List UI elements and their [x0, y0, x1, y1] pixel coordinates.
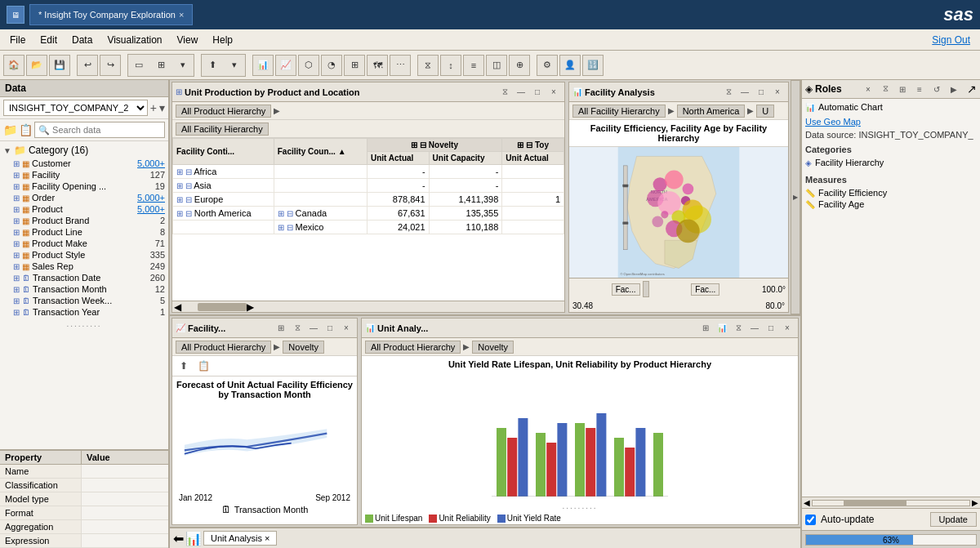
breadcrumb-novelty[interactable]: Novelty: [283, 341, 324, 354]
slider-handle[interactable]: [643, 281, 649, 297]
tb-group-icon[interactable]: ◫: [486, 55, 507, 76]
row-expand-icon[interactable]: ⊞ ⊟: [176, 209, 192, 218]
filter-icon[interactable]: ⧖: [290, 321, 305, 336]
tree-item-customer[interactable]: ⊞ ▦ Customer 5,000+: [0, 158, 168, 169]
maximize-icon[interactable]: □: [754, 85, 768, 100]
minimize-icon[interactable]: —: [747, 321, 762, 336]
tb-table-icon[interactable]: ⊞: [344, 55, 365, 76]
tree-item-facility-opening[interactable]: ⊞ ▦ Facility Opening ... 19: [0, 180, 168, 192]
tree-item-facility[interactable]: ⊞ ▦ Facility 127: [0, 169, 168, 180]
fac-button-2[interactable]: Fac...: [691, 283, 719, 296]
filter-icon[interactable]: ⧖: [497, 85, 512, 100]
minimize-icon[interactable]: —: [737, 85, 752, 100]
breadcrumb-all-product[interactable]: All Product Hierarchy: [365, 341, 461, 354]
row-expand-icon[interactable]: ⊞ ⊟: [176, 167, 192, 176]
unit-analysis-tab[interactable]: Unit Analysis ×: [203, 531, 277, 546]
tree-count[interactable]: 5,000+: [137, 193, 165, 203]
unit-analysis-tab-close[interactable]: ×: [265, 533, 270, 543]
tree-item-product-line[interactable]: ⊞ ▦ Product Line 8: [0, 226, 168, 238]
close-icon[interactable]: ×: [770, 85, 785, 100]
tb-more-charts-icon[interactable]: ⋯: [390, 55, 411, 76]
maximize-icon[interactable]: □: [530, 85, 545, 100]
tb-home-icon[interactable]: 🏠: [3, 55, 24, 76]
update-button[interactable]: Update: [930, 512, 977, 527]
ds-add-icon[interactable]: +: [150, 101, 157, 114]
auto-update-checkbox[interactable]: [805, 515, 816, 525]
roles-close-icon[interactable]: ×: [861, 82, 875, 96]
tb-export-arrow-icon[interactable]: ▾: [224, 55, 245, 76]
right-collapse-handle[interactable]: ▶: [791, 80, 800, 314]
tree-item-order[interactable]: ⊞ ▦ Order 5,000+: [0, 192, 168, 203]
breadcrumb-u[interactable]: U: [756, 105, 774, 118]
scroll-thumb[interactable]: [844, 501, 906, 506]
scroll-right-icon[interactable]: ▶: [247, 301, 254, 313]
menu-help[interactable]: Help: [206, 33, 239, 47]
roles-grid-icon[interactable]: ⊞: [895, 82, 910, 96]
breadcrumb-novelty[interactable]: Novelty: [472, 341, 514, 354]
row-expand-icon[interactable]: ⊞ ⊟: [176, 195, 192, 204]
tree-item-product-style[interactable]: ⊞ ▦ Product Style 335: [0, 249, 168, 261]
minimize-icon[interactable]: —: [306, 321, 321, 336]
tb-data-icon[interactable]: 🔢: [582, 55, 604, 76]
table-view-icon[interactable]: ⊞: [274, 321, 288, 336]
breadcrumb-all-product[interactable]: All Product Hierarchy: [176, 341, 271, 354]
menu-data[interactable]: Data: [65, 33, 99, 47]
tb-export-icon[interactable]: ⬆: [202, 55, 223, 76]
tb-sort-icon[interactable]: ≡: [463, 55, 484, 76]
tab-close-icon[interactable]: ×: [179, 10, 184, 20]
roles-filter-icon[interactable]: ⧖: [878, 82, 893, 96]
sign-out-link[interactable]: Sign Out: [932, 34, 977, 46]
breadcrumb-all-facility[interactable]: All Facility Hierarchy: [572, 105, 666, 118]
tree-item-product-brand[interactable]: ⊞ ▦ Product Brand 2: [0, 215, 168, 226]
tree-item-product-make[interactable]: ⊞ ▦ Product Make 71: [0, 238, 168, 249]
close-icon[interactable]: ×: [780, 321, 795, 336]
tb-undo-icon[interactable]: ↩: [77, 55, 98, 76]
tree-item-transaction-date[interactable]: ⊞ 🗓 Transaction Date 260: [0, 272, 168, 283]
tb-filter-icon[interactable]: ⧖: [417, 55, 439, 76]
chart-icon[interactable]: 📊: [715, 321, 729, 336]
tb-ref-icon[interactable]: ⊕: [509, 55, 530, 76]
tb-bar-chart-icon[interactable]: 📊: [252, 55, 274, 76]
maximize-icon[interactable]: □: [323, 321, 337, 336]
data-source-select[interactable]: INSIGHT_TOY_COMPANY_2: [3, 100, 148, 116]
roles-refresh-icon[interactable]: ↺: [929, 82, 944, 96]
fac-button-1[interactable]: Fac...: [612, 283, 640, 296]
roles-scrollbar[interactable]: ◀ ▶: [802, 497, 980, 508]
tb-save-icon[interactable]: 💾: [49, 55, 70, 76]
scroll-right-arrow[interactable]: ▶: [972, 498, 978, 507]
menu-edit[interactable]: Edit: [33, 33, 64, 47]
minimize-icon[interactable]: —: [514, 85, 528, 100]
scroll-thumb[interactable]: [198, 303, 247, 311]
breadcrumb-facility[interactable]: All Facility Hierarchy: [176, 123, 269, 136]
tb-pie-icon[interactable]: ◔: [321, 55, 342, 76]
table-icon[interactable]: ⊞: [698, 321, 713, 336]
map-area[interactable]: NORTH AMERICA: [569, 147, 788, 278]
close-icon[interactable]: ×: [546, 85, 561, 100]
tb-dual-view-icon[interactable]: ⊞: [150, 55, 172, 76]
tree-root-category[interactable]: ▼ 📁 Category (16): [0, 143, 168, 158]
copy-icon[interactable]: 📋: [195, 358, 212, 374]
menu-file[interactable]: File: [3, 33, 32, 47]
filter-icon[interactable]: ⧖: [721, 85, 736, 100]
tb-single-view-icon[interactable]: ▭: [128, 55, 149, 76]
tree-item-product[interactable]: ⊞ ▦ Product 5,000+: [0, 203, 168, 215]
tb-roles-icon[interactable]: 👤: [559, 55, 581, 76]
breadcrumb-product[interactable]: All Product Hierarchy: [176, 105, 271, 118]
menu-view[interactable]: View: [171, 33, 205, 47]
scroll-left-icon[interactable]: ◀: [174, 301, 181, 313]
roles-more-icon[interactable]: ▶: [947, 82, 961, 96]
tree-item-transaction-week[interactable]: ⊞ 🗓 Transaction Week... 5: [0, 295, 168, 306]
scroll-left-arrow[interactable]: ◀: [804, 498, 810, 507]
panel-icon[interactable]: 📊: [185, 531, 202, 546]
export-icon[interactable]: ⬆: [176, 358, 192, 374]
row-expand-icon[interactable]: ⊞ ⊟: [278, 223, 293, 232]
maximize-icon[interactable]: □: [764, 321, 778, 336]
row-expand-icon[interactable]: ⊞ ⊟: [278, 209, 293, 218]
tb-open-icon[interactable]: 📂: [26, 55, 47, 76]
tree-count[interactable]: 5,000+: [137, 158, 165, 168]
tree-item-sales-rep[interactable]: ⊞ ▦ Sales Rep 249: [0, 261, 168, 272]
tb-redo-icon[interactable]: ↪: [100, 55, 121, 76]
tb-scatter-icon[interactable]: ⬡: [298, 55, 319, 76]
product-table-container[interactable]: Facility Conti... Facility Coun... ▲ ⊞ ⊟…: [172, 138, 564, 301]
panel-back-icon[interactable]: ⬅: [173, 531, 184, 546]
